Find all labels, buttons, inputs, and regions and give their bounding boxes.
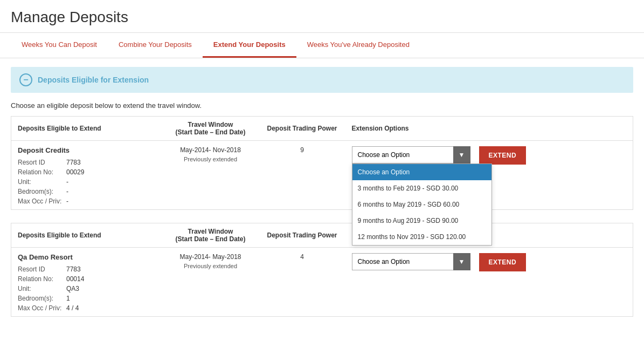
table2-data-row: Qa Demo Resort Resort ID 7783 Relation N… (11, 248, 633, 317)
section-header: − Deposits Eligible for Extension (11, 67, 633, 93)
bedrooms-label: Bedroom(s): (18, 187, 66, 196)
resort-id-label-2: Resort ID (18, 264, 66, 274)
maxocc-label-2: Max Occ / Priv: (18, 303, 66, 313)
section-title: Deposits Eligible for Extension (38, 76, 149, 84)
collapse-icon[interactable]: − (19, 73, 32, 86)
col-deposit-2: Deposits Eligible to Extend (11, 223, 162, 248)
instruction-text: Choose an eligible deposit below to exte… (11, 101, 633, 110)
tab-weeks-already-deposited[interactable]: Weeks You've Already Deposited (296, 33, 420, 58)
col-travel-1: Travel Window(Start Date – End Date) (162, 117, 259, 141)
select-wrapper-2: Choose an Option ▼ (352, 253, 470, 270)
deposit-info-cell-1: Deposit Credits Resort ID 7783 Relation … (11, 141, 162, 210)
col-power-2: Deposit Trading Power (259, 223, 345, 248)
unit-label: Unit: (18, 177, 66, 187)
col-deposit-1: Deposits Eligible to Extend (11, 117, 162, 141)
trading-power-cell-1: 9 (259, 141, 345, 210)
dropdown-option-default[interactable]: Choose an Option (352, 164, 491, 180)
travel-dates-2: May-2014- May-2018 (169, 253, 253, 261)
deposit-table-2: Deposits Eligible to Extend Travel Windo… (11, 223, 633, 317)
prop2-relation: Relation No: 00014 (18, 274, 84, 284)
prop2-resort-id: Resort ID 7783 (18, 264, 84, 274)
prop-maxocc: Max Occ / Priv: - (18, 196, 84, 206)
tab-weeks-can-deposit[interactable]: Weeks You Can Deposit (11, 33, 108, 58)
dropdown-option-6m[interactable]: 6 months to May 2019 - SGD 60.00 (352, 196, 491, 213)
prop2-unit: Unit: QA3 (18, 284, 84, 294)
maxocc-label: Max Occ / Priv: (18, 196, 66, 206)
table1-data-row: Deposit Credits Resort ID 7783 Relation … (11, 141, 633, 210)
resort-id-value: 7783 (66, 158, 84, 167)
dropdown-menu-1: Choose an Option 3 months to Feb 2019 - … (352, 164, 492, 246)
deposit-name-2: Qa Demo Resort (18, 253, 156, 261)
main-content: − Deposits Eligible for Extension Choose… (0, 58, 644, 338)
prop2-maxocc: Max Occ / Priv: 4 / 4 (18, 303, 84, 313)
travel-note-1: Previously extended (169, 156, 253, 162)
unit-label-2: Unit: (18, 284, 66, 294)
bedrooms-value: - (66, 187, 84, 196)
prop-relation: Relation No: 00029 (18, 167, 84, 177)
prop-resort-id: Resort ID 7783 (18, 158, 84, 167)
unit-value-2: QA3 (66, 284, 84, 294)
relation-value: 00029 (66, 167, 84, 177)
tab-bar: Weeks You Can Deposit Combine Your Depos… (0, 33, 644, 58)
tab-extend-deposits[interactable]: Extend Your Deposits (203, 33, 296, 58)
travel-dates-1: May-2014- Nov-2018 (169, 146, 253, 154)
extend-button-2[interactable]: EXTEND (479, 253, 527, 271)
resort-id-label: Resort ID (18, 158, 66, 167)
tab-combine-deposits[interactable]: Combine Your Deposits (108, 33, 203, 58)
relation-label: Relation No: (18, 167, 66, 177)
extension-select-2[interactable]: Choose an Option (352, 253, 470, 270)
maxocc-value: - (66, 196, 84, 206)
deposit-info-cell-2: Qa Demo Resort Resort ID 7783 Relation N… (11, 248, 162, 317)
prop-unit: Unit: - (18, 177, 84, 187)
bedrooms-label-2: Bedroom(s): (18, 294, 66, 303)
trading-power-value-2: 4 (300, 253, 304, 261)
page-title: Manage Deposits (11, 9, 633, 26)
relation-label-2: Relation No: (18, 274, 66, 284)
col-power-1: Deposit Trading Power (259, 117, 345, 141)
resort-id-value-2: 7783 (66, 264, 84, 274)
travel-window-cell-2: May-2014- May-2018 Previously extended (162, 248, 259, 317)
deposit-name-1: Deposit Credits (18, 146, 156, 154)
unit-value: - (66, 177, 84, 187)
relation-value-2: 00014 (66, 274, 84, 284)
extend-button-1[interactable]: EXTEND (479, 146, 527, 165)
col-options-1: Extension Options (345, 117, 633, 141)
dropdown-option-3m[interactable]: 3 months to Feb 2019 - SGD 30.00 (352, 180, 491, 196)
travel-note-2: Previously extended (169, 263, 253, 269)
table1-header-row: Deposits Eligible to Extend Travel Windo… (11, 117, 633, 141)
extension-options-cell-1: Choose an Option 3 months to Feb 2019 - … (345, 141, 633, 210)
col-travel-2: Travel Window(Start Date – End Date) (162, 223, 259, 248)
travel-window-cell-1: May-2014- Nov-2018 Previously extended (162, 141, 259, 210)
deposit-props-1: Resort ID 7783 Relation No: 00029 Unit: … (18, 158, 84, 206)
select-wrapper-1: Choose an Option 3 months to Feb 2019 - … (352, 146, 470, 164)
ext-wrapper-2: Choose an Option ▼ EXTEND (352, 253, 627, 271)
extension-select-1[interactable]: Choose an Option 3 months to Feb 2019 - … (352, 146, 470, 164)
ext-wrapper-1: Choose an Option 3 months to Feb 2019 - … (352, 146, 627, 165)
select-container-1: Choose an Option 3 months to Feb 2019 - … (352, 146, 470, 164)
prop2-bedrooms: Bedroom(s): 1 (18, 294, 84, 303)
deposit-props-2: Resort ID 7783 Relation No: 00014 Unit: … (18, 264, 84, 313)
prop-bedrooms: Bedroom(s): - (18, 187, 84, 196)
deposit-table-1: Deposits Eligible to Extend Travel Windo… (11, 116, 633, 210)
extension-options-cell-2: Choose an Option ▼ EXTEND (345, 248, 633, 317)
dropdown-option-12m[interactable]: 12 months to Nov 2019 - SGD 120.00 (352, 229, 491, 245)
page-header: Manage Deposits (0, 0, 644, 33)
bedrooms-value-2: 1 (66, 294, 84, 303)
dropdown-option-9m[interactable]: 9 months to Aug 2019 - SGD 90.00 (352, 213, 491, 229)
trading-power-value-1: 9 (300, 146, 304, 154)
maxocc-value-2: 4 / 4 (66, 303, 84, 313)
table2-header-row: Deposits Eligible to Extend Travel Windo… (11, 223, 633, 248)
trading-power-cell-2: 4 (259, 248, 345, 317)
